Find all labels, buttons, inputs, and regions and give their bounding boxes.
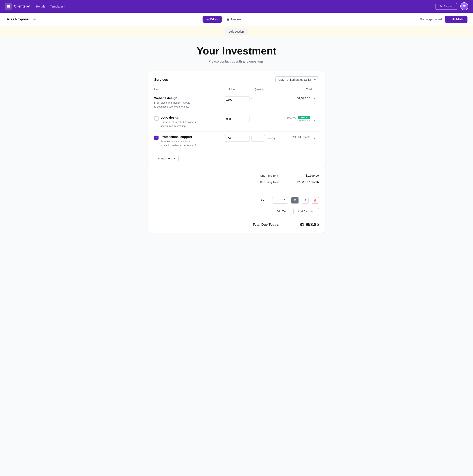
no-qty-dash: - [251,97,252,101]
actions-row: Add Tax Add Discount [154,206,319,217]
main-content: Your Investment Please contact us with a… [0,37,473,476]
more-button-logo[interactable]: ⋮ [312,116,317,122]
tax-delete-button[interactable]: 🗑 [312,197,319,204]
add-tax-button[interactable]: Add Tax [272,208,291,215]
item-desc: Our team of talented designersspecialize… [160,120,196,128]
more-col: ⋮ [312,97,319,103]
col-total: Total [286,88,312,91]
item-main-website-design: Website design From sleek and modern lay… [154,97,319,109]
qty-col: - [251,97,283,101]
item-price-col [224,135,250,141]
more-button-support[interactable]: ⋮ [312,135,317,141]
qty-col: - [251,116,283,120]
recurring-label: Recurring Total: [250,181,279,184]
document-title-area: Sales Proposal ✏ [5,16,199,22]
toolbar: Sales Proposal ✏ ✏ Editor ◉ Preview All … [0,13,473,26]
more-col: ⋮ [312,135,319,141]
qty-col: hour(s) [251,135,283,141]
col-quantity: Quantity [254,88,286,91]
table-row: Website design From sleek and modern lay… [154,93,319,112]
grand-total-value: $1,953.85 [295,222,319,227]
currency-select[interactable]: USD - United States Dollar EUR - Euro GB… [275,76,319,83]
support-button[interactable]: ⚙ Support [436,3,457,10]
nav-templates[interactable]: Templates ▾ [50,5,65,8]
qty-input-support[interactable] [251,135,265,141]
preview-tab[interactable]: ◉ Preview [223,16,245,23]
item-checkbox-support[interactable]: ✓ [154,136,158,140]
invoice-card: Services USD - United States Dollar EUR … [148,71,325,169]
recurring-total-row: Recurring Total: $100.00 / month [154,179,319,185]
discount-badge: 15% OFF [298,116,310,119]
one-time-label: One Time Total: [250,174,279,177]
item-price-col [224,97,250,103]
item-desc: From sleek and modern layoutsto seamless… [154,101,190,109]
no-qty-dash: - [251,116,252,120]
recurring-value: $100.00 / month [295,180,319,184]
nav-links: Portals Templates ▾ [36,5,429,8]
item-name: Professional support [160,135,196,139]
price-input-logo[interactable] [224,116,250,122]
view-toggle: ✏ Editor ◉ Preview [203,16,245,23]
avatar[interactable]: JD [460,2,468,10]
trash-icon: 🗑 [314,199,317,202]
col-item: Item [154,88,229,91]
add-section-bar: Add section [0,26,473,37]
brand: ⊞ Clientsby [5,3,30,10]
page-subtitle: Please contact us with any questions. [4,60,469,64]
navbar-right: ⚙ Support JD [436,2,468,10]
templates-chevron-icon: ▾ [64,5,65,7]
brand-name: Clientsby [14,4,30,8]
item-checkbox-logo[interactable] [154,116,158,120]
item-name-col: ✓ Professional support From technical as… [154,135,223,147]
total-price: $765.00 [299,119,310,123]
total-price: $1,599.00 [297,97,310,100]
avatar-image: JD [461,3,468,10]
item-price-col [224,116,250,122]
table-header: Item Price Quantity Total [154,88,319,93]
tax-dollar-button[interactable]: $ [302,197,309,204]
page-title: Your Investment [4,45,469,57]
more-button-website[interactable]: ⋮ [312,97,317,103]
item-desc: From technical assistance tostrategic gu… [160,139,196,147]
total-col: $1,599.00 [284,97,310,100]
card-header: Services USD - United States Dollar EUR … [154,76,319,83]
add-section-button[interactable]: Add section [225,28,248,35]
one-time-value: $1,599.00 [295,174,319,177]
grand-total-label: Total Due Today: [250,223,279,227]
table-row: Logo design Our team of talented designe… [154,112,319,132]
publish-icon: ↑ [449,17,451,21]
tax-input[interactable] [272,197,288,204]
totals-card: One Time Total: $1,599.00 Recurring Tota… [148,168,325,233]
item-main-logo-design: Logo design Our team of talented designe… [154,116,319,128]
tax-label: Tax [259,199,264,202]
more-col: ⋮ [312,116,319,122]
item-name: Website design [154,97,190,100]
add-item-label: Add item [161,157,172,160]
add-item-button[interactable]: + Add item ▾ [154,155,179,162]
price-input-website[interactable] [224,97,250,103]
col-actions [312,88,319,91]
one-time-total-row: One Time Total: $1,599.00 [154,172,319,179]
item-name-col: Logo design Our team of talented designe… [154,116,223,128]
grand-total-row: Total Due Today: $1,953.85 [154,219,319,227]
totals-divider [154,190,319,190]
editor-tab[interactable]: ✏ Editor [203,16,222,23]
publish-button[interactable]: ↑ Publish [445,16,468,23]
nav-portals[interactable]: Portals [36,5,45,8]
add-item-chevron-icon: ▾ [174,157,175,160]
add-discount-button[interactable]: Add Discount [293,208,319,215]
item-name-col: Website design From sleek and modern lay… [154,97,223,109]
edit-title-button[interactable]: ✏ [32,16,38,22]
support-icon: ⚙ [439,5,442,8]
item-main-pro-support: ✓ Professional support From technical as… [154,135,319,147]
price-input-support[interactable] [224,135,250,141]
col-price: Price [229,88,254,91]
total-col: $900.00 15% OFF $765.00 [284,116,310,123]
table-row: ✓ Professional support From technical as… [154,132,319,151]
tax-percent-button[interactable]: % [291,197,299,204]
original-price: $900.00 [287,116,296,119]
section-title: Services [154,78,168,82]
saved-status: All changes saved [248,18,442,21]
tax-row: Tax % $ 🗑 [154,195,319,206]
qty-unit: hour(s) [267,137,275,140]
